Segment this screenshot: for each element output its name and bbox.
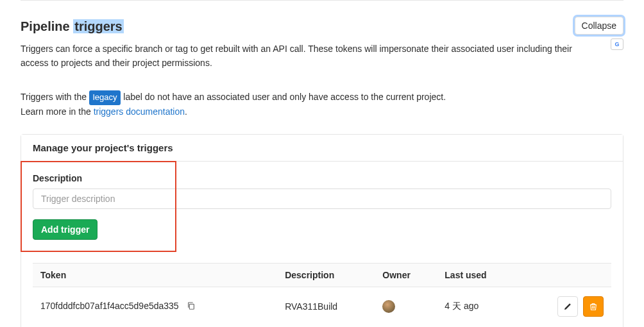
intro-paragraph-1: Triggers can force a specific branch or … <box>21 42 598 70</box>
row-description: RVA311Build <box>277 287 375 326</box>
col-actions <box>520 264 611 287</box>
intro-paragraph-2: Triggers with the legacy label do not ha… <box>21 90 623 119</box>
col-last-used: Last used <box>437 264 519 287</box>
edit-button[interactable] <box>557 296 578 317</box>
page-title: Pipeline triggers <box>21 18 623 35</box>
triggers-panel: Manage your project's triggers Descripti… <box>21 134 623 327</box>
docs-link[interactable]: triggers documentation <box>94 106 185 117</box>
title-highlight: triggers <box>73 19 123 33</box>
add-trigger-button[interactable]: Add trigger <box>33 219 97 240</box>
description-input[interactable] <box>33 189 611 209</box>
row-last-used: 4 天 ago <box>437 287 519 326</box>
delete-button[interactable] <box>583 296 604 317</box>
translate-icon[interactable]: G <box>611 38 623 50</box>
legacy-badge: legacy <box>89 90 121 105</box>
copy-icon[interactable] <box>187 301 196 312</box>
title-prefix: Pipeline <box>21 19 73 33</box>
col-owner: Owner <box>375 264 437 287</box>
description-label: Description <box>33 173 611 183</box>
collapse-button[interactable]: Collapse <box>575 17 623 35</box>
svg-rect-0 <box>189 304 194 309</box>
col-token: Token <box>33 264 277 287</box>
table-row: 170fdddfcb07af1f4acc5d9e5da335 RVA311Bui… <box>33 287 611 326</box>
token-value: 170fdddfcb07af1f4acc5d9e5da335 <box>40 301 179 311</box>
col-description: Description <box>277 264 375 287</box>
avatar[interactable] <box>382 300 395 313</box>
panel-title: Manage your project's triggers <box>21 135 623 162</box>
triggers-table: Token Description Owner Last used 170fdd… <box>33 263 611 326</box>
